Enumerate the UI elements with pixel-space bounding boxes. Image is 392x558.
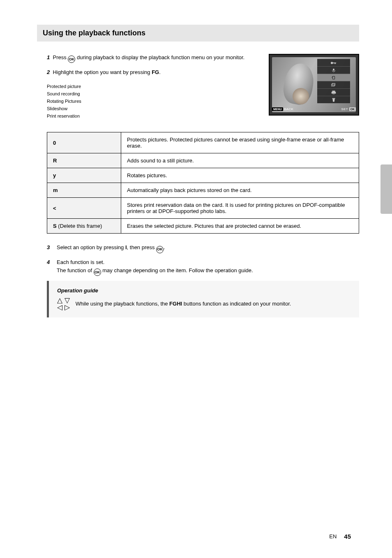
- arrowpad-icon: △ ▽ ◁ ▷: [57, 297, 70, 311]
- opt-label: <: [47, 198, 121, 219]
- table-row: 0 Protects pictures. Protected pictures …: [47, 132, 359, 153]
- pointer-row: Print reservation: [47, 112, 256, 120]
- back-label: BACK: [284, 107, 293, 111]
- camera-lcd-preview: MENU BACK SET OK: [269, 54, 359, 116]
- pointer-row: Sound recording: [47, 90, 256, 97]
- menu-row-delete: [317, 96, 350, 103]
- step-4: 4 Each function is set. The function of …: [47, 258, 359, 276]
- step-3: 3 Select an option by pressing I, then p…: [47, 243, 359, 253]
- opt-desc: Adds sound to a still picture.: [121, 153, 359, 168]
- svg-rect-2: [332, 84, 334, 86]
- step-2: 2 Highlight the option you want by press…: [47, 69, 256, 76]
- ok-icon: OK: [94, 269, 101, 276]
- content-area: 1 Press OK during playback to display th…: [47, 54, 359, 317]
- svg-rect-4: [332, 90, 335, 92]
- playback-function-menu: [317, 59, 350, 103]
- svg-rect-1: [332, 76, 334, 79]
- mic-icon: [331, 68, 337, 73]
- svg-rect-3: [332, 83, 335, 85]
- slideshow-icon: [331, 83, 337, 88]
- table-row: R Adds sound to a still picture.: [47, 153, 359, 168]
- options-table: 0 Protects pictures. Protected pictures …: [47, 132, 359, 234]
- ok-icon: OK: [68, 56, 75, 63]
- table-row: y Rotates pictures.: [47, 168, 359, 183]
- operation-guide-tip: Operation guide △ ▽ ◁ ▷ While using the …: [47, 281, 359, 317]
- opt-label: 0: [47, 132, 121, 153]
- table-row: < Stores print reservation data on the c…: [47, 198, 359, 219]
- opt-label: y: [47, 168, 121, 183]
- lang-code: EN: [329, 533, 337, 539]
- pointer-row: Rotating Pictures: [47, 97, 256, 105]
- trash-icon: [331, 97, 337, 102]
- chapter-tab: [380, 164, 392, 214]
- pointer-row: Protected picture: [47, 83, 256, 90]
- menu-row-protect: [317, 59, 350, 66]
- opt-desc: Rotates pictures.: [121, 168, 359, 183]
- svg-rect-6: [332, 93, 334, 94]
- opt-desc: Stores print reservation data on the car…: [121, 198, 359, 219]
- menu-row-sound: [317, 66, 350, 74]
- opt-label: R: [47, 153, 121, 168]
- menu-row-rotate: [317, 74, 350, 81]
- set-label: SET: [341, 107, 348, 111]
- ok-icon: OK: [156, 246, 164, 253]
- opt-label: m: [47, 183, 121, 198]
- opt-desc: Automatically plays back pictures stored…: [121, 183, 359, 198]
- tip-title: Operation guide: [57, 287, 351, 294]
- svg-rect-0: [333, 68, 334, 70]
- pointer-legend: Protected picture Sound recording Rotati…: [47, 83, 256, 120]
- menu-row-slideshow: [317, 81, 350, 88]
- section-title: Using the playback functions: [37, 25, 359, 42]
- menu-key: MENU: [272, 107, 283, 111]
- page-footer: EN 45: [0, 533, 392, 540]
- opt-desc: Erases the selected picture. Pictures th…: [121, 219, 359, 234]
- print-icon: [331, 90, 337, 95]
- svg-rect-7: [332, 98, 335, 99]
- opt-desc: Protects pictures. Protected pictures ca…: [121, 132, 359, 153]
- table-row: S (Delete this frame) Erases the selecte…: [47, 219, 359, 234]
- tip-text: While using the playback functions, the …: [76, 300, 291, 308]
- page-number: 45: [344, 533, 351, 540]
- pointer-row: Slideshow: [47, 105, 256, 112]
- ok-key: OK: [349, 107, 356, 111]
- step-1: 1 Press OK during playback to display th…: [47, 54, 256, 63]
- key-icon: [331, 60, 337, 65]
- rotate-icon: [331, 75, 337, 80]
- steps-after-table: 3 Select an option by pressing I, then p…: [47, 243, 359, 276]
- opt-label: S (Delete this frame): [47, 219, 121, 234]
- table-row: m Automatically plays back pictures stor…: [47, 183, 359, 198]
- menu-row-print: [317, 88, 350, 96]
